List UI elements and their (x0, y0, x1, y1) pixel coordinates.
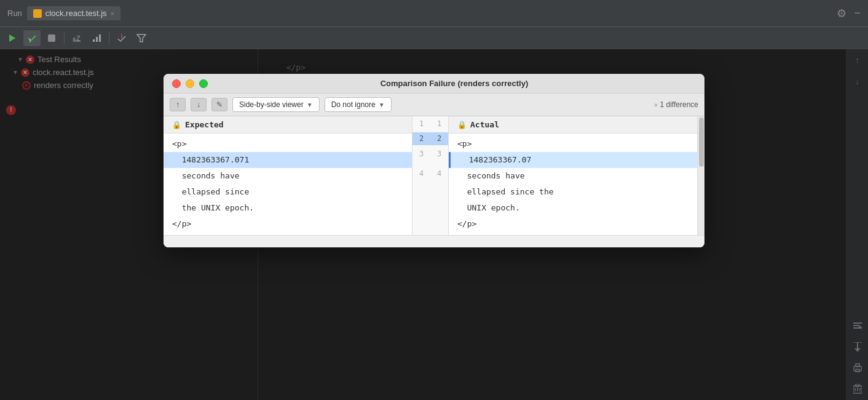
dialog-scrollbar-thumb (699, 118, 704, 167)
maximize-button[interactable] (199, 79, 208, 88)
tab-filename: clock.react.test.js (45, 9, 107, 18)
actual-line-1: <p> (449, 136, 697, 152)
line-num-exp-3: 3 (412, 148, 430, 160)
svg-marker-8 (137, 34, 146, 42)
nav-down-button[interactable]: ↓ (191, 98, 207, 111)
expected-pane: 🔒 Expected <p> 1482363367.071 seconds ha… (164, 116, 412, 235)
file-tab[interactable]: clock.react.test.js × (27, 6, 120, 20)
ignore-dropdown-arrow: ▼ (379, 102, 385, 108)
line-num-exp-2: 2 (412, 132, 430, 145)
expected-line-1: <p> (164, 136, 412, 152)
actual-line-2: 1482363367.07 (449, 152, 697, 168)
filter-button[interactable] (133, 30, 150, 46)
ignore-dropdown-label: Do not ignore (331, 100, 376, 109)
expected-line-2: 1482363367.071 (164, 152, 412, 168)
line-numbers: 1 1 2 2 3 3 (412, 116, 449, 235)
run-toolbar: aZ (0, 27, 868, 49)
actual-line-3: seconds have (449, 168, 697, 184)
expected-line-6: </p> (164, 216, 412, 232)
actual-line-5: UNIX epoch. (449, 200, 697, 216)
gear-icon[interactable]: ⚙ (837, 7, 846, 20)
diff-count: » 1 difference (654, 100, 698, 109)
minimize-icon[interactable]: − (854, 7, 861, 20)
ignore-dropdown[interactable]: Do not ignore ▼ (325, 97, 392, 112)
actual-line-6: </p> (449, 216, 697, 232)
minimize-button[interactable] (186, 79, 194, 88)
lock-icon-expected: 🔒 (172, 121, 181, 129)
line-num-row-1: 1 1 (412, 116, 448, 131)
separator-1 (64, 32, 65, 44)
svg-rect-6 (99, 34, 101, 42)
check-button[interactable] (23, 30, 41, 46)
actual-header: 🔒 Actual (449, 116, 697, 134)
lock-icon-actual: 🔒 (457, 121, 467, 129)
expected-lines: <p> 1482363367.071 seconds have ellapsed… (164, 134, 412, 235)
expected-header-label: Expected (185, 120, 224, 129)
dialog-diff-content: 🔒 Expected <p> 1482363367.071 seconds ha… (164, 116, 704, 235)
main-area: ! ▼ ✕ Test Results ▼ ✕ clock.react.test.… (0, 49, 868, 400)
line-num-act-2: 2 (430, 132, 448, 145)
line-num-row-3: 3 3 (412, 146, 448, 161)
viewer-dropdown-label: Side-by-side viewer (239, 100, 304, 109)
run-label: Run (7, 9, 22, 18)
play-button[interactable] (4, 30, 21, 46)
line-num-act-3: 3 (430, 148, 448, 160)
expected-line-3: seconds have (164, 168, 412, 184)
sort-alpha-button[interactable]: aZ (68, 30, 85, 46)
viewer-dropdown[interactable]: Side-by-side viewer ▼ (232, 97, 320, 112)
line-num-row-2: 2 2 (412, 131, 448, 146)
svg-rect-4 (93, 39, 95, 42)
actual-lines: <p> 1482363367.07 seconds have ellapsed … (449, 134, 697, 235)
sort-duration-button[interactable] (88, 30, 105, 46)
modal-overlay: Comparison Failure (renders correctly) ↑… (0, 49, 868, 400)
stop-button[interactable] (43, 30, 60, 46)
file-icon (33, 9, 42, 18)
close-button[interactable] (172, 79, 181, 88)
actual-header-label: Actual (470, 120, 499, 129)
nav-up-button[interactable]: ↑ (170, 98, 186, 111)
diff-arrows-icon: » (654, 102, 658, 108)
dialog-footer (164, 235, 704, 247)
expected-header: 🔒 Expected (164, 116, 412, 134)
dialog-titlebar: Comparison Failure (renders correctly) (164, 74, 704, 94)
line-num-act-6: 4 (430, 167, 448, 180)
dialog-toolbar: ↑ ↓ ✎ Side-by-side viewer ▼ Do not ignor… (164, 94, 704, 116)
expected-line-5: the UNIX epoch. (164, 200, 412, 216)
diff-count-label: 1 difference (660, 100, 699, 109)
comparison-dialog: Comparison Failure (renders correctly) ↑… (164, 74, 704, 247)
expected-line-4: ellapsed since (164, 184, 412, 200)
rerun-failed-button[interactable] (113, 30, 130, 46)
line-num-row-6: 4 4 (412, 166, 448, 181)
actual-pane: 🔒 Actual <p> 1482363367.07 seconds have … (449, 116, 697, 235)
line-num-exp-6: 4 (412, 167, 430, 180)
tab-close-icon[interactable]: × (111, 10, 114, 17)
actual-line-4: ellapsed since the (449, 184, 697, 200)
line-num-exp-1: 1 (412, 118, 430, 130)
dialog-title: Comparison Failure (renders correctly) (213, 79, 696, 88)
svg-text:Z: Z (76, 34, 81, 42)
nav-edit-button[interactable]: ✎ (211, 98, 227, 111)
separator-2 (109, 32, 109, 44)
dialog-scrollbar[interactable] (697, 116, 704, 235)
top-bar: Run clock.react.test.js × ⚙ − (0, 0, 868, 27)
svg-rect-5 (96, 37, 98, 42)
line-num-act-1: 1 (430, 118, 448, 130)
viewer-dropdown-arrow: ▼ (307, 102, 313, 108)
